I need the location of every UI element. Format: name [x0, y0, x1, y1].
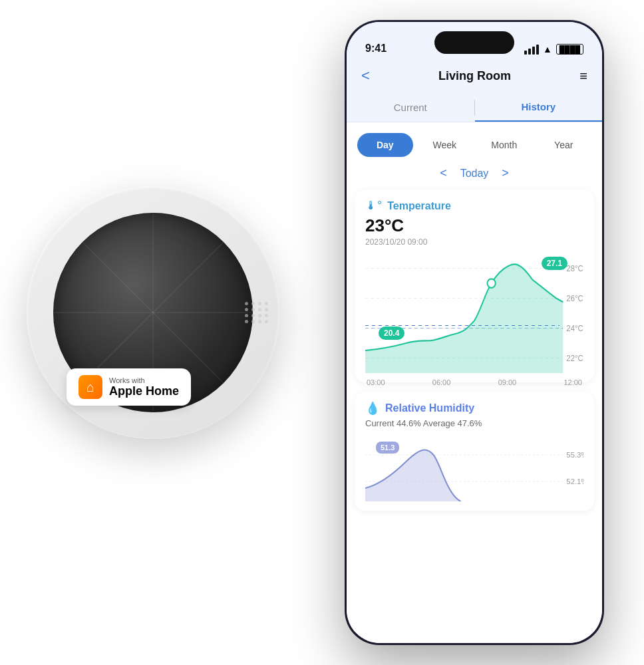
page-title: Living Room — [438, 69, 511, 83]
x-label-0: 03:00 — [367, 378, 385, 386]
temperature-timestamp: 2023/10/20 09:00 — [365, 237, 583, 247]
period-year-button[interactable]: Year — [536, 133, 592, 157]
nav-bar: < Living Room ≡ — [347, 59, 602, 93]
svg-text:24°C: 24°C — [566, 324, 583, 334]
status-icons: ▲ ████ — [524, 44, 583, 55]
period-selector: Day Week Month Year — [347, 133, 602, 157]
speaker-grille — [245, 302, 269, 323]
status-time: 9:41 — [365, 43, 387, 55]
battery-icon: ████ — [556, 44, 583, 55]
phone-frame: 9:41 ▲ ████ < Living Room ≡ — [345, 20, 604, 645]
tab-history[interactable]: History — [475, 93, 603, 122]
signal-bars — [524, 45, 539, 55]
svg-text:52.1%: 52.1% — [566, 477, 583, 485]
humidity-title: Relative Humidity — [385, 402, 474, 414]
temperature-value: 23°C — [365, 215, 583, 236]
wifi-icon: ▲ — [543, 44, 552, 55]
apple-home-badge: ⌂ Works with Apple Home — [67, 368, 191, 406]
works-with-label: Works with — [109, 376, 179, 384]
humidity-card: 💧 Relative Humidity Current 44.6% Averag… — [355, 392, 594, 511]
menu-button[interactable]: ≡ — [579, 68, 587, 84]
period-month-button[interactable]: Month — [476, 133, 532, 157]
svg-text:26°C: 26°C — [566, 294, 583, 304]
thermometer-icon: 🌡° — [365, 199, 382, 213]
svg-text:22°C: 22°C — [566, 354, 583, 364]
svg-text:28°C: 28°C — [566, 264, 583, 274]
x-label-2: 09:00 — [498, 378, 517, 386]
temperature-title: Temperature — [387, 200, 451, 212]
humidity-header: 💧 Relative Humidity — [365, 401, 583, 416]
temperature-card: 🌡° Temperature 23°C 2023/10/20 09:00 27.… — [355, 190, 594, 382]
date-nav: < Today > — [347, 166, 602, 180]
content-area: Day Week Month Year < Today > 🌡° Tempera… — [347, 122, 602, 643]
back-button[interactable]: < — [361, 67, 370, 84]
chart-reference-line — [365, 325, 560, 326]
humidity-stats: Current 44.6% Average 47.6% — [365, 418, 583, 428]
x-label-1: 06:00 — [432, 378, 451, 386]
temperature-header: 🌡° Temperature — [365, 199, 583, 213]
phone-body: 9:41 ▲ ████ < Living Room ≡ — [345, 20, 604, 645]
temp-high-tooltip: 27.1 — [542, 257, 567, 270]
humidity-tooltip: 51.3 — [376, 442, 399, 454]
period-day-button[interactable]: Day — [357, 133, 413, 157]
date-prev-button[interactable]: < — [440, 166, 447, 180]
svg-point-9 — [487, 279, 495, 288]
apple-badge-text: Works with Apple Home — [109, 376, 179, 398]
chart-x-labels: 03:00 06:00 09:00 12:00 — [365, 376, 583, 386]
x-label-3: 12:00 — [564, 378, 582, 386]
dynamic-island — [434, 31, 514, 54]
apple-home-label: Apple Home — [109, 384, 179, 398]
temperature-chart-svg: 28°C 26°C 24°C 22°C — [365, 253, 583, 373]
apple-home-icon: ⌂ — [79, 375, 102, 399]
humidity-chart: 51.3 55.3% 52.1% — [365, 435, 583, 501]
date-next-button[interactable]: > — [502, 166, 509, 180]
period-week-button[interactable]: Week — [417, 133, 473, 157]
main-tabs: Current History — [347, 93, 602, 122]
tab-current[interactable]: Current — [347, 93, 474, 122]
temp-low-tooltip: 20.4 — [379, 327, 404, 340]
svg-text:55.3%: 55.3% — [566, 451, 583, 459]
date-label: Today — [460, 168, 489, 180]
humidity-icon: 💧 — [365, 401, 380, 416]
sensor-device: ⌂ Works with Apple Home — [27, 186, 293, 452]
phone-screen: 9:41 ▲ ████ < Living Room ≡ — [347, 22, 602, 643]
temperature-chart: 27.1 20.4 — [365, 253, 583, 373]
